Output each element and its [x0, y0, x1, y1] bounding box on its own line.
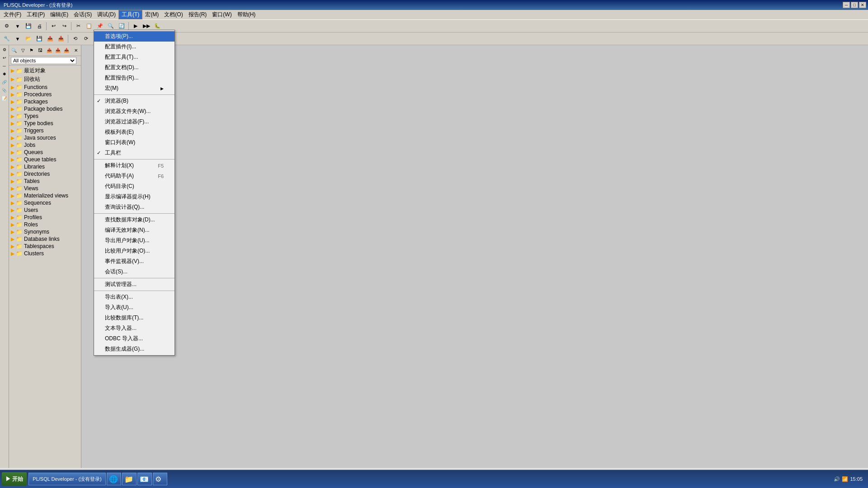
dropdown-item-test_manager[interactable]: 测试管理器... [94, 279, 175, 290]
lt-minus[interactable]: ─ [1, 62, 8, 70]
taskbar-app-5[interactable]: ⚙ [153, 473, 167, 485]
menu-session[interactable]: 会话(S) [71, 10, 94, 19]
minimize-button[interactable]: ─ [843, 2, 850, 8]
panel-tb-1[interactable]: 🔍 [10, 46, 18, 56]
taskbar-app-3[interactable]: 📁 [122, 473, 137, 485]
tb2-5[interactable]: 📤 [45, 34, 55, 44]
dropdown-item-odbc_importer[interactable]: ODBC 导入器... [94, 333, 175, 344]
tree-item[interactable]: ▶📁Procedures [9, 91, 81, 98]
panel-tb-4[interactable]: 🖫 [36, 46, 44, 56]
tree-item[interactable]: ▶📁Type bodies [9, 120, 81, 127]
dropdown-item-import_table[interactable]: 导入表(U)... [94, 302, 175, 313]
tree-item[interactable]: ▶📁Roles [9, 221, 81, 228]
tb2-8[interactable]: ⟳ [81, 34, 91, 44]
dropdown-item-find_db_objects[interactable]: 查找数据库对象(D)... [94, 215, 175, 225]
dropdown-item-window_list[interactable]: 窗口列表(W) [94, 137, 175, 148]
tree-item[interactable]: ▶📁Clusters [9, 250, 81, 257]
tree-item[interactable]: ▶📁Queue tables [9, 156, 81, 163]
dropdown-item-code_assistant[interactable]: 代码助手(A)F6 [94, 171, 175, 181]
tree-item[interactable]: ▶📁Libraries [9, 163, 81, 170]
panel-tb-6[interactable]: 📥 [54, 46, 62, 56]
menu-debug[interactable]: 调试(D) [94, 10, 118, 19]
tree-item[interactable]: ▶📁Tablespaces [9, 243, 81, 250]
dropdown-item-config_docs[interactable]: 配置文档(D)... [94, 62, 175, 73]
close-button[interactable]: ✕ [859, 2, 866, 8]
tree-item[interactable]: ▶📁Synonyms [9, 228, 81, 235]
dropdown-item-toolbar_toggle[interactable]: 工具栏 [94, 148, 175, 158]
menu-macro[interactable]: 宏(M) [142, 10, 161, 19]
tree-item[interactable]: ▶📁Package bodies [9, 105, 81, 113]
object-filter-select[interactable]: All objects My objects [11, 57, 76, 64]
lt-2[interactable]: ↩ [1, 54, 8, 61]
dropdown-item-config_plugins[interactable]: 配置插件(I)... [94, 42, 175, 52]
menu-edit[interactable]: 编辑(E) [47, 10, 71, 19]
tree-item[interactable]: ▶📁回收站 [9, 75, 81, 84]
menu-project[interactable]: 工程(P) [24, 10, 47, 19]
taskbar-app-4[interactable]: 📧 [137, 473, 152, 485]
dropdown-item-browser_folder[interactable]: 浏览器文件夹(W)... [94, 106, 175, 117]
lt-6[interactable]: 📝 [1, 95, 8, 102]
tb2-1[interactable]: 🔧 [2, 34, 12, 44]
menu-window[interactable]: 窗口(W) [209, 10, 234, 19]
tb2-3[interactable]: 📂 [24, 34, 33, 44]
dropdown-item-compare_user[interactable]: 比较用户对象(O)... [94, 246, 175, 256]
tree-item[interactable]: ▶📁Triggers [9, 127, 81, 134]
tree-item[interactable]: ▶📁Types [9, 113, 81, 120]
dropdown-item-compile_invalid[interactable]: 编译无效对象(N)... [94, 225, 175, 235]
dropdown-item-macro_menu[interactable]: 宏(M)▶ [94, 83, 175, 94]
tb-save[interactable]: 💾 [24, 21, 33, 31]
tree-item[interactable]: ▶📁Profiles [9, 214, 81, 221]
tree-item[interactable]: ▶📁Java sources [9, 134, 81, 141]
dropdown-item-config_reports[interactable]: 配置报告(R)... [94, 73, 175, 83]
tb-cut[interactable]: ✂ [73, 21, 83, 31]
menu-help[interactable]: 帮助(H) [235, 10, 259, 19]
tree-item[interactable]: ▶📁Jobs [9, 141, 81, 149]
tb-copy[interactable]: 📋 [84, 21, 94, 31]
menu-tools[interactable]: 工具(T) [118, 10, 142, 19]
tb-undo[interactable]: ↩ [48, 21, 58, 31]
tb2-6[interactable]: 📥 [56, 34, 66, 44]
dropdown-item-config_tools[interactable]: 配置工具(T)... [94, 52, 175, 62]
dropdown-item-template_list[interactable]: 模板列表(E) [94, 127, 175, 137]
dropdown-item-browser[interactable]: 浏览器(B) [94, 96, 175, 106]
tree-item[interactable]: ▶📁Database links [9, 235, 81, 243]
panel-tb-3[interactable]: ⚑ [28, 46, 36, 56]
tree-item[interactable]: ▶📁Packages [9, 98, 81, 105]
menu-doc[interactable]: 文档(O) [161, 10, 185, 19]
dropdown-item-browser_filter[interactable]: 浏览器过滤器(F)... [94, 117, 175, 127]
tb2-4[interactable]: 💾 [34, 34, 44, 44]
start-button[interactable]: ▶ 开始 [2, 472, 27, 486]
tb2-2[interactable]: ▼ [13, 34, 23, 44]
tree-item[interactable]: ▶📁Functions [9, 84, 81, 91]
panel-tb-7[interactable]: 📥 [62, 46, 71, 56]
tree-item[interactable]: ▶📁Directories [9, 170, 81, 178]
tree-item[interactable]: ▶📁Views [9, 185, 81, 192]
panel-tb-5[interactable]: 📤 [45, 46, 53, 56]
lt-4[interactable]: 🔗 [1, 79, 8, 86]
lt-1[interactable]: ⚙ [1, 46, 8, 53]
dropdown-item-data_generator[interactable]: 数据生成器(G)... [94, 344, 175, 354]
tree-item[interactable]: ▶📁Materialized views [9, 192, 81, 199]
dropdown-item-session_mgr[interactable]: 会话(S)... [94, 267, 175, 277]
dropdown-item-code_contents[interactable]: 代码目录(C) [94, 181, 175, 192]
panel-tb-2[interactable]: ▽ [19, 46, 27, 56]
dropdown-item-export_user[interactable]: 导出用户对象(U)... [94, 235, 175, 246]
dropdown-item-query_designer[interactable]: 查询设计器(Q)... [94, 202, 175, 212]
taskbar-app-plsql[interactable]: PL/SQL Developer - (没有登录) [28, 473, 105, 485]
tree-item[interactable]: ▶📁Sequences [9, 199, 81, 206]
dropdown-item-event_monitor[interactable]: 事件监视器(V)... [94, 256, 175, 267]
lt-5[interactable]: 📎 [1, 87, 8, 94]
tb-print[interactable]: 🖨 [34, 21, 44, 31]
panel-close[interactable]: ✕ [72, 46, 80, 56]
tree-item[interactable]: ▶📁最近对象 [9, 66, 81, 75]
lt-3[interactable]: ✱ [1, 70, 8, 78]
tb-open[interactable]: ▼ [13, 21, 23, 31]
tree-item[interactable]: ▶📁Queues [9, 149, 81, 156]
menu-file[interactable]: 文件(F) [1, 10, 24, 19]
dropdown-item-compare_data[interactable]: 比较数据库(T)... [94, 313, 175, 323]
dropdown-item-show_hints[interactable]: 显示编译器提示(H) [94, 192, 175, 202]
tb-new[interactable]: ⚙ [2, 21, 12, 31]
tree-item[interactable]: ▶📁Users [9, 206, 81, 214]
taskbar-app-2[interactable]: 🌐 [107, 473, 121, 485]
dropdown-item-preferences[interactable]: 首选项(P)... [94, 31, 175, 42]
